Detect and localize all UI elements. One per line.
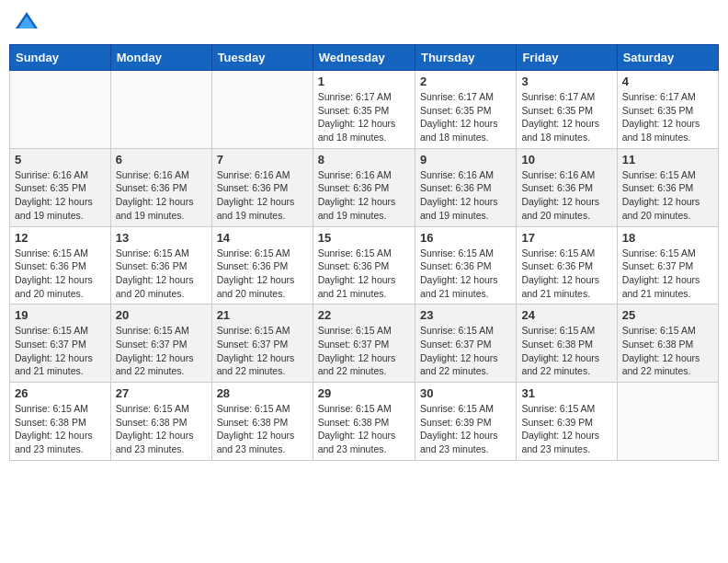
calendar-cell: 28Sunrise: 6:15 AMSunset: 6:38 PMDayligh… xyxy=(211,383,313,461)
logo-icon xyxy=(13,9,40,37)
weekday-header-friday: Friday xyxy=(517,45,617,71)
calendar-cell: 8Sunrise: 6:16 AMSunset: 6:36 PMDaylight… xyxy=(313,148,415,226)
calendar-cell: 30Sunrise: 6:15 AMSunset: 6:39 PMDayligh… xyxy=(415,383,516,461)
day-number: 19 xyxy=(15,308,106,322)
calendar-cell: 10Sunrise: 6:16 AMSunset: 6:36 PMDayligh… xyxy=(517,148,617,226)
day-info: Sunrise: 6:15 AMSunset: 6:37 PMDaylight:… xyxy=(116,324,207,378)
day-number: 11 xyxy=(622,153,713,167)
calendar-week-4: 19Sunrise: 6:15 AMSunset: 6:37 PMDayligh… xyxy=(10,304,719,383)
day-info: Sunrise: 6:15 AMSunset: 6:36 PMDaylight:… xyxy=(521,247,611,301)
day-number: 21 xyxy=(217,308,308,322)
day-info: Sunrise: 6:15 AMSunset: 6:39 PMDaylight:… xyxy=(521,402,611,456)
day-number: 3 xyxy=(521,75,611,88)
calendar-cell: 20Sunrise: 6:15 AMSunset: 6:37 PMDayligh… xyxy=(110,304,211,383)
day-number: 1 xyxy=(318,75,410,88)
day-info: Sunrise: 6:17 AMSunset: 6:35 PMDaylight:… xyxy=(622,90,713,144)
day-number: 28 xyxy=(217,386,308,400)
calendar-cell: 14Sunrise: 6:15 AMSunset: 6:36 PMDayligh… xyxy=(211,226,313,304)
day-number: 31 xyxy=(521,386,611,400)
day-info: Sunrise: 6:16 AMSunset: 6:36 PMDaylight:… xyxy=(318,168,410,223)
day-info: Sunrise: 6:17 AMSunset: 6:35 PMDaylight:… xyxy=(318,90,410,144)
calendar-cell xyxy=(211,71,313,149)
day-info: Sunrise: 6:15 AMSunset: 6:36 PMDaylight:… xyxy=(318,247,410,301)
day-info: Sunrise: 6:16 AMSunset: 6:36 PMDaylight:… xyxy=(420,168,511,223)
calendar-cell: 4Sunrise: 6:17 AMSunset: 6:35 PMDaylight… xyxy=(617,71,718,149)
calendar-cell: 6Sunrise: 6:16 AMSunset: 6:36 PMDaylight… xyxy=(110,148,211,226)
day-info: Sunrise: 6:15 AMSunset: 6:37 PMDaylight:… xyxy=(318,324,410,378)
calendar-week-5: 26Sunrise: 6:15 AMSunset: 6:38 PMDayligh… xyxy=(10,383,719,461)
day-info: Sunrise: 6:17 AMSunset: 6:35 PMDaylight:… xyxy=(521,90,611,144)
day-number: 29 xyxy=(318,386,410,400)
day-number: 18 xyxy=(622,231,713,245)
day-number: 17 xyxy=(521,231,611,245)
calendar-cell: 24Sunrise: 6:15 AMSunset: 6:38 PMDayligh… xyxy=(517,304,617,383)
calendar-cell xyxy=(617,383,718,461)
calendar-cell: 23Sunrise: 6:15 AMSunset: 6:37 PMDayligh… xyxy=(415,304,516,383)
calendar-cell: 12Sunrise: 6:15 AMSunset: 6:36 PMDayligh… xyxy=(10,226,111,304)
calendar-cell: 18Sunrise: 6:15 AMSunset: 6:37 PMDayligh… xyxy=(617,226,718,304)
calendar-week-1: 1Sunrise: 6:17 AMSunset: 6:35 PMDaylight… xyxy=(10,71,719,149)
day-info: Sunrise: 6:16 AMSunset: 6:36 PMDaylight:… xyxy=(521,168,611,223)
day-info: Sunrise: 6:15 AMSunset: 6:38 PMDaylight:… xyxy=(15,402,106,456)
day-info: Sunrise: 6:15 AMSunset: 6:38 PMDaylight:… xyxy=(217,402,308,456)
day-number: 6 xyxy=(116,153,207,167)
weekday-header-sunday: Sunday xyxy=(10,45,111,71)
day-info: Sunrise: 6:15 AMSunset: 6:36 PMDaylight:… xyxy=(116,247,207,301)
day-number: 8 xyxy=(318,153,410,167)
calendar-cell: 3Sunrise: 6:17 AMSunset: 6:35 PMDaylight… xyxy=(517,71,617,149)
calendar-cell: 29Sunrise: 6:15 AMSunset: 6:38 PMDayligh… xyxy=(313,383,415,461)
calendar-cell: 5Sunrise: 6:16 AMSunset: 6:35 PMDaylight… xyxy=(10,148,111,226)
day-info: Sunrise: 6:15 AMSunset: 6:36 PMDaylight:… xyxy=(15,247,106,301)
day-number: 4 xyxy=(622,75,713,88)
day-number: 14 xyxy=(217,231,308,245)
day-number: 24 xyxy=(521,308,611,322)
calendar-cell xyxy=(110,71,211,149)
day-info: Sunrise: 6:15 AMSunset: 6:37 PMDaylight:… xyxy=(15,324,106,378)
page-header xyxy=(9,9,719,37)
calendar-cell: 11Sunrise: 6:15 AMSunset: 6:36 PMDayligh… xyxy=(617,148,718,226)
day-info: Sunrise: 6:16 AMSunset: 6:36 PMDaylight:… xyxy=(217,168,308,223)
day-number: 12 xyxy=(15,231,106,245)
day-info: Sunrise: 6:15 AMSunset: 6:39 PMDaylight:… xyxy=(420,402,511,456)
day-number: 22 xyxy=(318,308,410,322)
calendar-cell: 31Sunrise: 6:15 AMSunset: 6:39 PMDayligh… xyxy=(517,383,617,461)
calendar-week-2: 5Sunrise: 6:16 AMSunset: 6:35 PMDaylight… xyxy=(10,148,719,226)
weekday-header-wednesday: Wednesday xyxy=(313,45,415,71)
day-number: 15 xyxy=(318,231,410,245)
day-info: Sunrise: 6:17 AMSunset: 6:35 PMDaylight:… xyxy=(420,90,511,144)
weekday-header-tuesday: Tuesday xyxy=(211,45,313,71)
day-number: 2 xyxy=(420,75,511,88)
day-number: 20 xyxy=(116,308,207,322)
logo xyxy=(13,9,44,37)
day-info: Sunrise: 6:15 AMSunset: 6:38 PMDaylight:… xyxy=(622,324,713,378)
day-number: 7 xyxy=(217,153,308,167)
day-info: Sunrise: 6:15 AMSunset: 6:38 PMDaylight:… xyxy=(318,402,410,456)
weekday-header-row: SundayMondayTuesdayWednesdayThursdayFrid… xyxy=(10,45,719,71)
calendar-table: SundayMondayTuesdayWednesdayThursdayFrid… xyxy=(9,44,719,461)
calendar-cell: 13Sunrise: 6:15 AMSunset: 6:36 PMDayligh… xyxy=(110,226,211,304)
weekday-header-thursday: Thursday xyxy=(415,45,516,71)
day-info: Sunrise: 6:16 AMSunset: 6:35 PMDaylight:… xyxy=(15,168,106,223)
day-info: Sunrise: 6:15 AMSunset: 6:36 PMDaylight:… xyxy=(217,247,308,301)
day-number: 27 xyxy=(116,386,207,400)
day-info: Sunrise: 6:15 AMSunset: 6:37 PMDaylight:… xyxy=(622,247,713,301)
day-number: 10 xyxy=(521,153,611,167)
calendar-cell: 22Sunrise: 6:15 AMSunset: 6:37 PMDayligh… xyxy=(313,304,415,383)
day-number: 9 xyxy=(420,153,511,167)
weekday-header-monday: Monday xyxy=(110,45,211,71)
calendar-cell: 26Sunrise: 6:15 AMSunset: 6:38 PMDayligh… xyxy=(10,383,111,461)
calendar-cell: 7Sunrise: 6:16 AMSunset: 6:36 PMDaylight… xyxy=(211,148,313,226)
day-info: Sunrise: 6:15 AMSunset: 6:36 PMDaylight:… xyxy=(622,168,713,223)
calendar-cell: 19Sunrise: 6:15 AMSunset: 6:37 PMDayligh… xyxy=(10,304,111,383)
calendar-cell: 1Sunrise: 6:17 AMSunset: 6:35 PMDaylight… xyxy=(313,71,415,149)
calendar-cell: 2Sunrise: 6:17 AMSunset: 6:35 PMDaylight… xyxy=(415,71,516,149)
calendar-cell: 25Sunrise: 6:15 AMSunset: 6:38 PMDayligh… xyxy=(617,304,718,383)
calendar-week-3: 12Sunrise: 6:15 AMSunset: 6:36 PMDayligh… xyxy=(10,226,719,304)
day-number: 25 xyxy=(622,308,713,322)
day-info: Sunrise: 6:15 AMSunset: 6:36 PMDaylight:… xyxy=(420,247,511,301)
day-number: 30 xyxy=(420,386,511,400)
weekday-header-saturday: Saturday xyxy=(617,45,718,71)
day-number: 5 xyxy=(15,153,106,167)
day-info: Sunrise: 6:15 AMSunset: 6:38 PMDaylight:… xyxy=(521,324,611,378)
calendar-cell: 21Sunrise: 6:15 AMSunset: 6:37 PMDayligh… xyxy=(211,304,313,383)
